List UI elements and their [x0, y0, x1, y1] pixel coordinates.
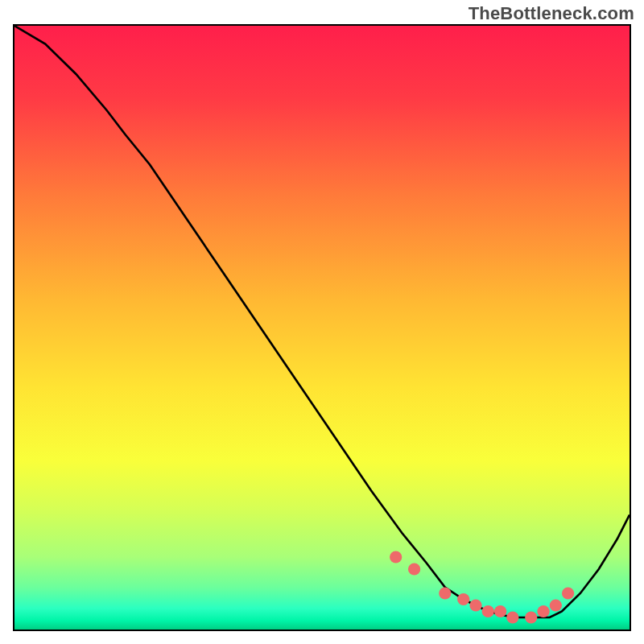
chart-frame: TheBottleneck.com: [0, 0, 644, 644]
marker-dot: [482, 605, 494, 617]
marker-dot: [439, 588, 451, 600]
bottleneck-curve: [14, 26, 630, 617]
marker-dot: [525, 612, 537, 624]
foreground-layer: [14, 26, 630, 630]
marker-dot: [550, 600, 562, 612]
marker-dot: [469, 600, 481, 612]
marker-dot: [457, 593, 469, 605]
marker-dot: [390, 551, 402, 564]
bottleneck-markers: [390, 551, 574, 624]
marker-dot: [494, 605, 506, 617]
marker-dot: [408, 564, 420, 576]
watermark-text: TheBottleneck.com: [469, 3, 634, 24]
marker-dot: [506, 612, 518, 624]
marker-dot: [537, 605, 549, 617]
marker-dot: [562, 588, 574, 600]
plot-area: [13, 24, 631, 631]
